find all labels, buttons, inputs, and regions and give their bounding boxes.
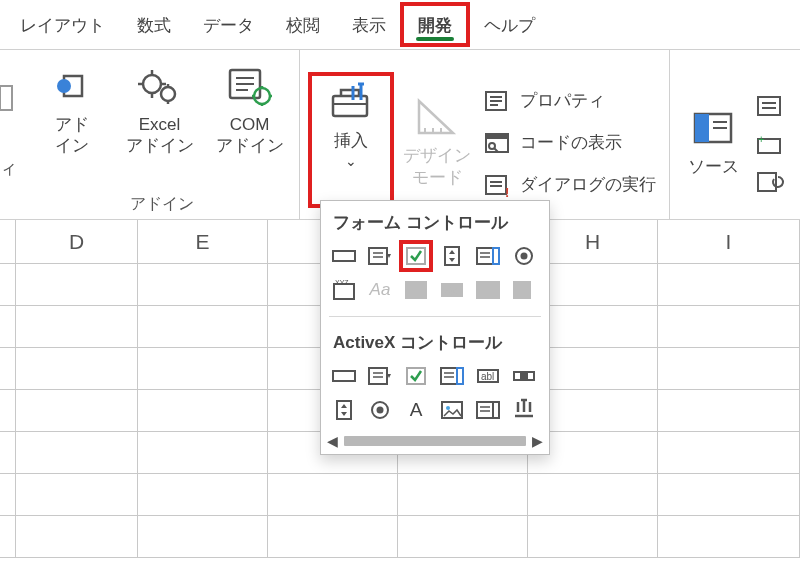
svg-rect-89: [477, 402, 493, 418]
menu-formulas[interactable]: 数式: [121, 4, 187, 45]
form-listbox-control[interactable]: [473, 242, 503, 270]
addins-label: アド イン: [55, 114, 89, 157]
view-code-button[interactable]: コードの表示: [478, 122, 668, 164]
svg-rect-31: [486, 134, 508, 139]
svg-rect-48: [333, 251, 355, 261]
ruler-triangle-icon: [411, 95, 463, 139]
scroll-left-icon[interactable]: ◀: [327, 433, 338, 449]
gear-icon: [134, 64, 186, 108]
scroll-thumb[interactable]: [344, 436, 526, 446]
svg-rect-90: [493, 402, 499, 418]
menu-review[interactable]: 校閲: [270, 4, 336, 45]
insert-label: 挿入: [334, 130, 368, 151]
svg-point-59: [521, 253, 528, 260]
ribbon-group-controls: 挿入 ⌄ デザイン モード プロパティ コードの表示: [300, 50, 670, 219]
activex-controls-title: ActiveX コントロール: [321, 321, 549, 360]
form-scrollbar-control[interactable]: [401, 276, 431, 304]
svg-rect-84: [337, 401, 351, 419]
svg-rect-68: [514, 282, 530, 298]
form-optionbutton-control[interactable]: [509, 242, 539, 270]
svg-text:abl: abl: [481, 371, 494, 382]
form-spinbutton-control[interactable]: [437, 242, 467, 270]
svg-point-88: [446, 406, 450, 410]
addins-button[interactable]: アド イン: [29, 50, 115, 157]
svg-rect-63: [410, 286, 422, 294]
excel-addins-label: Excel アドイン: [126, 114, 194, 157]
toolbox-icon: [325, 80, 377, 124]
view-code-label: コードの表示: [520, 131, 622, 154]
svg-rect-54: [477, 248, 493, 264]
ax-image-control[interactable]: [437, 396, 467, 424]
form-button-control[interactable]: [329, 242, 359, 270]
form-checkbox-control[interactable]: [401, 242, 431, 270]
ax-scrollbar-control[interactable]: [509, 362, 539, 390]
ax-listbox-control[interactable]: [437, 362, 467, 390]
svg-rect-66: [477, 282, 493, 298]
scroll-right-icon[interactable]: ▶: [532, 433, 543, 449]
design-mode-label: デザイン モード: [403, 145, 471, 188]
svg-rect-53: [445, 247, 459, 265]
properties-button[interactable]: プロパティ: [478, 80, 668, 122]
ax-label-control[interactable]: A: [401, 396, 431, 424]
insert-control-button[interactable]: 挿入 ⌄: [310, 74, 392, 206]
form-label-control[interactable]: Aa: [365, 276, 395, 304]
ax-spinbutton-control[interactable]: [329, 396, 359, 424]
source-button[interactable]: ソース: [670, 92, 756, 177]
source-label: ソース: [688, 156, 739, 177]
map-properties-icon[interactable]: [756, 95, 786, 117]
ribbon-group-addins: アド イン Excel アドイン: [24, 50, 300, 219]
expansion-packs-icon[interactable]: +: [756, 133, 786, 155]
svg-rect-52: [407, 248, 425, 264]
col-header-i[interactable]: I: [658, 220, 800, 263]
design-mode-button[interactable]: デザイン モード: [396, 81, 478, 188]
com-addins-button[interactable]: COM アドイン: [205, 50, 295, 157]
svg-text:ab: ab: [446, 285, 458, 296]
menu-developer[interactable]: 開発: [402, 4, 468, 45]
ax-combobox-control[interactable]: [365, 362, 395, 390]
code-icon: [484, 131, 512, 155]
menu-layout[interactable]: レイアウト: [4, 4, 121, 45]
svg-rect-83: [520, 372, 528, 380]
com-addins-icon: [224, 64, 276, 108]
ax-textbox-control[interactable]: abl: [473, 362, 503, 390]
svg-rect-76: [441, 368, 457, 384]
refresh-data-icon[interactable]: [756, 171, 786, 193]
ax-checkbox-control[interactable]: [401, 362, 431, 390]
menu-bar: レイアウト 数式 データ 校閲 表示 開発 ヘルプ: [0, 0, 800, 50]
col-header-d[interactable]: D: [16, 220, 138, 263]
excel-addins-button[interactable]: Excel アドイン: [115, 50, 205, 157]
activex-controls-grid: abl A: [321, 360, 549, 432]
svg-rect-39: [695, 114, 709, 142]
popup-scrollbar[interactable]: ◀ ▶: [321, 432, 549, 454]
properties-label: プロパティ: [520, 89, 605, 112]
form-combobox-control[interactable]: [365, 242, 395, 270]
svg-text:!: !: [505, 185, 509, 197]
svg-rect-42: [758, 97, 780, 115]
ax-togglebutton-control[interactable]: [473, 396, 503, 424]
form-controls-grid: XYZ Aa ab: [321, 240, 549, 312]
form-textfield-control[interactable]: ab: [437, 276, 467, 304]
menu-help[interactable]: ヘルプ: [468, 4, 551, 45]
com-addins-label: COM アドイン: [216, 114, 284, 157]
svg-point-7: [161, 87, 175, 101]
col-header-e[interactable]: E: [138, 220, 268, 263]
svg-point-14: [254, 88, 270, 104]
ax-commandbutton-control[interactable]: [329, 362, 359, 390]
form-combo-drop-control[interactable]: [509, 276, 539, 304]
menu-data[interactable]: データ: [187, 4, 270, 45]
svg-rect-72: [369, 368, 387, 384]
svg-point-1: [57, 79, 71, 93]
ax-optionbutton-control[interactable]: [365, 396, 395, 424]
form-combo-list-control[interactable]: [473, 276, 503, 304]
xml-side-icons: +: [756, 77, 796, 193]
form-groupbox-control[interactable]: XYZ: [329, 276, 359, 304]
svg-rect-60: [334, 284, 354, 299]
svg-rect-75: [407, 368, 425, 384]
svg-rect-71: [333, 371, 355, 381]
chevron-down-icon: ⌄: [345, 153, 357, 171]
menu-view[interactable]: 表示: [336, 4, 402, 45]
run-dialog-label: ダイアログの実行: [520, 173, 656, 196]
svg-rect-67: [493, 282, 499, 298]
ax-morecontrols-control[interactable]: [509, 396, 539, 424]
svg-point-2: [143, 75, 161, 93]
